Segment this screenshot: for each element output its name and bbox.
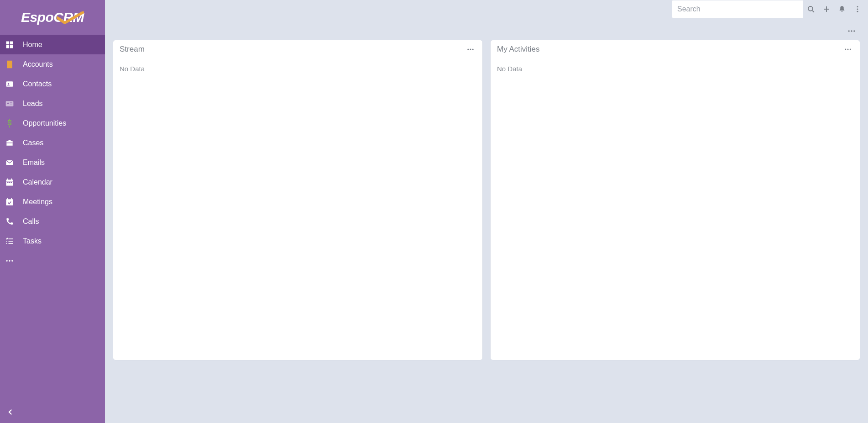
sidebar-item-home[interactable]: Home [0, 35, 105, 54]
svg-rect-2 [6, 45, 10, 48]
svg-point-7 [7, 102, 9, 104]
sidebar-item-label: Emails [23, 159, 45, 167]
sidebar-item-label: Opportunities [23, 119, 66, 127]
sidebar-item-label: Home [23, 41, 42, 49]
collapse-sidebar-button[interactable] [0, 401, 105, 423]
sidebar-item-contacts[interactable]: Contacts [0, 74, 105, 94]
svg-rect-1 [10, 41, 13, 44]
notifications-button[interactable] [834, 0, 850, 18]
sidebar-item-calls[interactable]: Calls [0, 212, 105, 231]
dashlet-header: My Activities [491, 40, 860, 58]
svg-rect-24 [6, 241, 8, 242]
svg-point-34 [851, 30, 852, 32]
dashboard-options-button[interactable] [845, 26, 858, 37]
calendar-check-icon [5, 197, 15, 207]
svg-rect-22 [9, 241, 13, 242]
dashlet-options-button[interactable] [842, 44, 854, 55]
dashlet-body: No Data [491, 58, 860, 79]
content: Stream No Data My Activities No Data [105, 18, 868, 423]
sidebar-item-label: Leads [23, 100, 43, 108]
svg-rect-17 [11, 182, 12, 183]
quick-create-button[interactable] [819, 0, 834, 18]
sidebar-item-label: Meetings [23, 198, 52, 206]
sidebar-item-opportunities[interactable]: Opportunities [0, 113, 105, 133]
dashlet-body: No Data [113, 58, 482, 79]
svg-point-26 [6, 260, 8, 261]
ellipsis-icon [5, 256, 15, 266]
svg-rect-18 [6, 199, 13, 205]
sidebar: EspoCRM Home Accounts Contacts [0, 0, 105, 423]
svg-point-36 [467, 49, 469, 50]
chevron-left-icon [6, 408, 15, 416]
address-card-icon [5, 99, 15, 109]
svg-rect-0 [6, 41, 10, 44]
svg-point-38 [472, 49, 474, 50]
dashlet-stream: Stream No Data [113, 40, 482, 360]
sidebar-item-calendar[interactable]: Calendar [0, 172, 105, 192]
sidebar-item-label: Contacts [23, 80, 52, 88]
svg-rect-15 [7, 182, 9, 183]
sidebar-item-leads[interactable]: Leads [0, 94, 105, 113]
svg-point-33 [848, 30, 850, 32]
svg-rect-25 [6, 243, 8, 244]
dashlet-options-button[interactable] [464, 44, 477, 55]
search-input[interactable] [672, 0, 803, 18]
svg-point-28 [11, 260, 13, 261]
svg-point-35 [853, 30, 855, 32]
dashlet-header: Stream [113, 40, 482, 58]
ellipsis-icon [466, 45, 475, 53]
menu-button[interactable] [850, 0, 865, 18]
plus-icon [822, 5, 831, 13]
svg-rect-21 [9, 238, 13, 239]
vertical-dots-icon [853, 5, 862, 13]
svg-point-39 [845, 49, 846, 50]
svg-rect-9 [10, 104, 12, 104]
svg-point-32 [857, 11, 858, 12]
building-icon [5, 59, 15, 69]
sidebar-item-tasks[interactable]: Tasks [0, 231, 105, 251]
sidebar-item-meetings[interactable]: Meetings [0, 192, 105, 212]
sidebar-item-emails[interactable]: Emails [0, 153, 105, 172]
svg-point-37 [470, 49, 471, 50]
nav: Home Accounts Contacts Leads Opportuniti… [0, 35, 105, 270]
svg-rect-23 [9, 243, 13, 244]
topbar [105, 0, 868, 18]
brand-name: EspoCRM [21, 10, 84, 25]
dashboard-actions [113, 18, 860, 40]
svg-rect-19 [7, 198, 8, 200]
dollar-icon [5, 118, 15, 128]
sidebar-item-label: Tasks [23, 237, 42, 245]
ellipsis-icon [847, 26, 856, 36]
tasks-icon [5, 236, 15, 246]
svg-point-40 [847, 49, 849, 50]
ellipsis-icon [844, 45, 852, 53]
svg-rect-3 [10, 45, 13, 48]
sidebar-item-accounts[interactable]: Accounts [0, 54, 105, 74]
bell-icon [838, 5, 846, 13]
phone-icon [5, 217, 15, 227]
id-card-icon [5, 79, 15, 89]
calendar-icon [5, 177, 15, 187]
main: Stream No Data My Activities No Data [105, 0, 868, 423]
search-button[interactable] [803, 0, 819, 18]
sidebar-item-more[interactable] [0, 251, 105, 270]
svg-point-5 [8, 83, 9, 84]
sidebar-item-label: Calendar [23, 178, 52, 186]
dashlet-my-activities: My Activities No Data [491, 40, 860, 360]
envelope-icon [5, 158, 15, 168]
svg-point-27 [9, 260, 10, 261]
svg-rect-4 [6, 81, 13, 87]
sidebar-item-cases[interactable]: Cases [0, 133, 105, 153]
dashlet-title: My Activities [497, 45, 540, 54]
briefcase-icon [5, 138, 15, 148]
svg-point-41 [850, 49, 851, 50]
svg-rect-12 [6, 181, 13, 181]
svg-rect-14 [11, 178, 12, 180]
svg-rect-20 [11, 198, 12, 200]
svg-rect-16 [9, 182, 10, 183]
dashlet-title: Stream [120, 45, 145, 54]
brand-logo[interactable]: EspoCRM [0, 0, 105, 35]
sidebar-item-label: Accounts [23, 60, 53, 69]
dashlets: Stream No Data My Activities No Data [113, 40, 860, 360]
svg-rect-8 [10, 102, 12, 103]
